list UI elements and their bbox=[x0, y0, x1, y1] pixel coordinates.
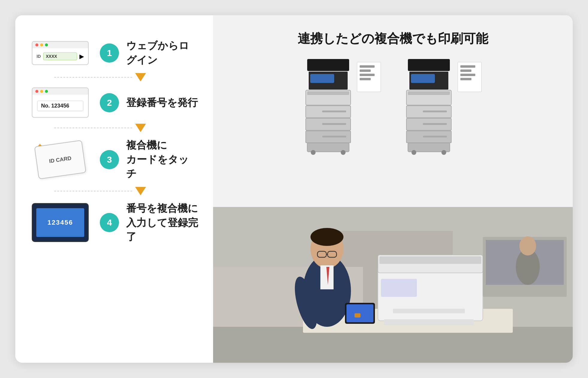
step-4-content: 4 番号を複合機に 入力して登録完了 bbox=[100, 201, 198, 244]
step-1-label: ウェブからログイン bbox=[126, 39, 198, 67]
right-bottom bbox=[213, 207, 573, 363]
arrow-divider-3 bbox=[30, 187, 198, 195]
arrow-divider-2 bbox=[30, 124, 198, 132]
id-label: ID bbox=[37, 54, 41, 59]
step-2-illustration: No. 123456 bbox=[30, 87, 90, 118]
browser-titlebar-2 bbox=[32, 88, 88, 95]
id-card-wrap: ✦ ID CARD bbox=[32, 140, 89, 179]
right-top: 連携したどの複合機でも印刷可能 bbox=[213, 15, 573, 207]
svg-point-55 bbox=[519, 236, 536, 255]
left-panel: ID XXXX ▶ 1 ウェブからログイン bbox=[15, 15, 213, 363]
step-2-content: 2 登録番号を発行 bbox=[100, 93, 198, 112]
dashed-line-2 bbox=[54, 128, 132, 128]
browser-titlebar-1 bbox=[32, 42, 88, 48]
dot-yellow bbox=[40, 43, 43, 46]
step-row-4: 123456 4 番号を複合機に 入力して登録完了 bbox=[30, 196, 198, 250]
step-badge-4: 4 bbox=[100, 213, 119, 232]
svg-rect-16 bbox=[411, 74, 435, 83]
browser-mockup-1: ID XXXX ▶ bbox=[32, 41, 89, 65]
paper-line bbox=[460, 78, 471, 80]
svg-rect-24 bbox=[423, 136, 447, 137]
dot-red bbox=[35, 43, 38, 46]
id-input: XXXX bbox=[43, 52, 77, 60]
printer-svg-2 bbox=[405, 59, 453, 155]
printer-unit-2 bbox=[405, 59, 482, 155]
step-3-label: 複合機に カードをタッチ bbox=[126, 138, 198, 181]
step-4-label: 番号を複合機に 入力して登録完了 bbox=[126, 201, 198, 244]
paper-stack-1 bbox=[357, 62, 381, 92]
svg-point-12 bbox=[311, 150, 316, 155]
arrow-down-1 bbox=[135, 73, 146, 81]
svg-rect-51 bbox=[355, 313, 361, 317]
svg-rect-38 bbox=[384, 319, 474, 325]
svg-point-27 bbox=[441, 150, 446, 155]
printers-row bbox=[304, 59, 482, 155]
step-1-content: 1 ウェブからログイン bbox=[100, 39, 198, 67]
svg-rect-35 bbox=[379, 256, 481, 264]
arrow-down-3 bbox=[135, 187, 146, 195]
tablet-mockup: 123456 bbox=[32, 203, 89, 242]
id-card: ID CARD bbox=[34, 140, 86, 179]
paper-line bbox=[360, 74, 375, 76]
number-display: No. 123456 bbox=[37, 101, 83, 111]
step-1-illustration: ID XXXX ▶ bbox=[30, 41, 90, 65]
svg-point-41 bbox=[310, 228, 343, 246]
main-card: ID XXXX ▶ 1 ウェブからログイン bbox=[15, 15, 573, 363]
svg-rect-8 bbox=[322, 123, 346, 125]
svg-rect-36 bbox=[393, 309, 465, 313]
browser-mockup-2: No. 123456 bbox=[32, 87, 89, 118]
photo-area bbox=[213, 207, 573, 363]
printer-svg-1 bbox=[304, 59, 352, 155]
svg-rect-4 bbox=[307, 91, 349, 95]
right-title: 連携したどの複合機でも印刷可能 bbox=[298, 30, 488, 47]
paper-sheet-1 bbox=[357, 62, 381, 92]
paper-line bbox=[460, 69, 471, 72]
svg-rect-2 bbox=[310, 74, 334, 83]
dashed-line-3 bbox=[54, 191, 132, 191]
step-row-2: No. 123456 2 登録番号を発行 bbox=[30, 82, 198, 123]
office-scene bbox=[213, 207, 573, 363]
step-3-content: 3 複合機に カードをタッチ bbox=[100, 138, 198, 181]
paper-line bbox=[460, 74, 475, 76]
paper-line bbox=[360, 69, 371, 72]
paper-line bbox=[360, 78, 371, 80]
dot-green bbox=[45, 43, 48, 46]
browser-body-1: ID XXXX ▶ bbox=[32, 48, 88, 64]
step-3-illustration: ✦ ID CARD bbox=[30, 140, 90, 179]
paper-line bbox=[360, 65, 375, 68]
step-row-1: ID XXXX ▶ 1 ウェブからログイン bbox=[30, 33, 198, 72]
svg-rect-10 bbox=[322, 136, 346, 137]
paper-stack-2 bbox=[458, 62, 482, 92]
svg-rect-37 bbox=[381, 279, 417, 297]
dot-green-2 bbox=[45, 90, 48, 93]
svg-rect-14 bbox=[408, 59, 450, 71]
svg-point-13 bbox=[341, 150, 346, 155]
cursor-icon: ▶ bbox=[79, 53, 84, 60]
step-badge-2: 2 bbox=[100, 93, 119, 112]
arrow-divider-1 bbox=[30, 73, 198, 81]
arrow-down-2 bbox=[135, 124, 146, 132]
browser-body-2: No. 123456 bbox=[32, 95, 88, 117]
step-row-3: ✦ ID CARD 3 複合機に カードをタッチ bbox=[30, 133, 198, 186]
tablet-screen: 123456 bbox=[36, 208, 84, 237]
dot-yellow-2 bbox=[40, 90, 43, 93]
svg-rect-50 bbox=[346, 304, 373, 322]
svg-point-26 bbox=[411, 150, 416, 155]
dot-red-2 bbox=[35, 90, 38, 93]
svg-rect-0 bbox=[307, 59, 349, 71]
paper-sheet-2 bbox=[458, 62, 482, 92]
step-badge-3: 3 bbox=[100, 150, 119, 169]
right-panel: 連携したどの複合機でも印刷可能 bbox=[213, 15, 573, 363]
step-2-label: 登録番号を発行 bbox=[126, 96, 198, 110]
svg-rect-22 bbox=[423, 123, 447, 125]
svg-rect-20 bbox=[423, 111, 447, 112]
paper-line bbox=[460, 65, 475, 68]
svg-rect-18 bbox=[408, 91, 450, 95]
printer-unit-1 bbox=[304, 59, 381, 155]
dashed-line-1 bbox=[54, 77, 132, 78]
step-4-illustration: 123456 bbox=[30, 203, 90, 242]
step-badge-1: 1 bbox=[100, 43, 119, 63]
svg-rect-6 bbox=[322, 111, 346, 112]
